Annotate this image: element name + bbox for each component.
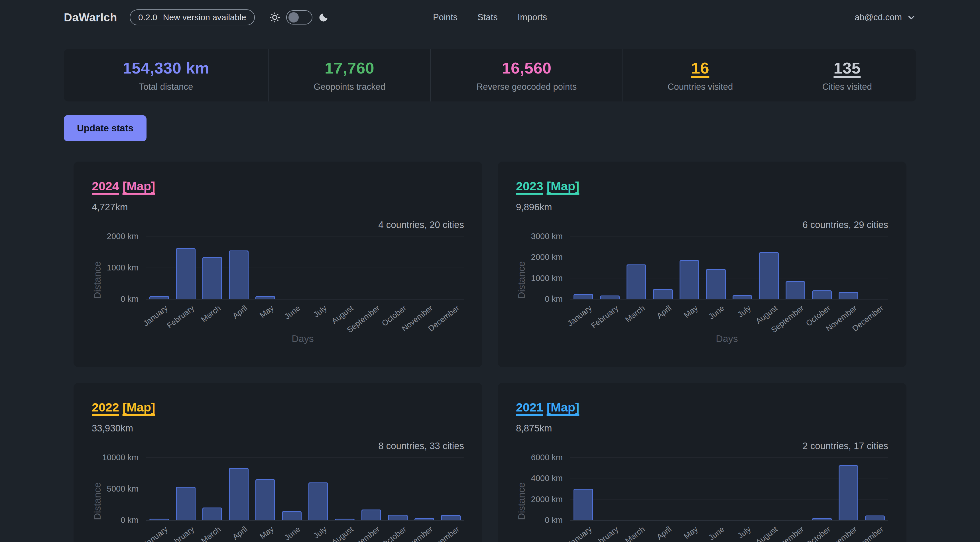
countries-visited-link[interactable]: 16: [691, 59, 709, 77]
year-card-2021: 2021 [Map] 8,875km 2 countries, 17 citie…: [498, 383, 907, 542]
chart-bar: [574, 489, 593, 520]
chevron-down-icon: [907, 13, 916, 22]
chart-bar: [812, 518, 832, 520]
stat-label: Geopoints tracked: [313, 82, 385, 92]
x-tick-label: August: [754, 525, 780, 542]
chart-area: 2000 km1000 km0 km JanuaryFebruaryMarchA…: [103, 236, 464, 299]
x-tick-label: March: [199, 304, 223, 324]
gridline: [146, 236, 464, 237]
chart-bar: [202, 507, 222, 520]
y-tick-label: 5000 km: [107, 484, 138, 493]
stat-reverse-geocoded: 16,560 Reverse geocoded points: [430, 49, 622, 102]
y-tick-label: 0 km: [121, 294, 138, 304]
chart-bar: [202, 257, 222, 299]
theme-toggle[interactable]: [286, 10, 312, 24]
stat-total-distance: 154,330 km Total distance: [64, 49, 268, 102]
x-axis-title: Days: [146, 333, 460, 344]
chart-bar: [255, 296, 275, 299]
nav-item-imports[interactable]: Imports: [518, 12, 547, 22]
chart-bar: [653, 289, 673, 299]
map-link[interactable]: [Map]: [123, 401, 155, 414]
map-link[interactable]: [Map]: [547, 401, 579, 414]
cities-visited-link[interactable]: 135: [834, 59, 861, 77]
chart-bar: [706, 269, 725, 299]
update-stats-button[interactable]: Update stats: [64, 115, 146, 141]
chart-bar: [388, 515, 407, 520]
x-tick-label: January: [142, 304, 170, 328]
chart-bar: [627, 264, 646, 299]
x-tick-label: March: [624, 304, 647, 324]
chart-bar: [255, 479, 275, 520]
year-card-2022: 2022 [Map] 33,930km 8 countries, 33 citi…: [73, 383, 482, 542]
x-tick-label: July: [736, 304, 753, 319]
card-head: 2024 [Map]: [92, 179, 464, 193]
x-tick-label: July: [736, 525, 753, 540]
chart-bar: [679, 260, 699, 299]
chart-bar: [574, 294, 593, 299]
chart-bar: [309, 482, 328, 520]
chart-bar: [150, 296, 169, 299]
year-summary: 8 countries, 33 cities: [92, 440, 464, 452]
year-link[interactable]: 2023: [516, 179, 543, 193]
y-axis-title: Distance: [92, 457, 103, 520]
chart-bar: [865, 515, 885, 520]
year-summary: 4 countries, 20 cities: [92, 219, 464, 230]
y-tick-label: 6000 km: [531, 453, 563, 462]
x-tick-label: April: [231, 525, 249, 542]
sun-icon: [269, 12, 280, 23]
year-link[interactable]: 2021: [516, 401, 543, 414]
stat-value: 16,560: [502, 59, 551, 77]
header-left: DaWarIch 0.2.0 New version available: [64, 10, 329, 25]
stat-label: Cities visited: [822, 82, 872, 92]
chart-plot: JanuaryFebruaryMarchAprilMayJuneJulyAugu…: [570, 457, 888, 521]
card-head: 2023 [Map]: [516, 179, 888, 193]
y-axis-ticks: 10000 km5000 km0 km: [103, 457, 146, 520]
x-tick-label: June: [707, 525, 726, 542]
x-tick-label: June: [283, 304, 302, 321]
chart-bar: [150, 519, 169, 520]
chart-plot: JanuaryFebruaryMarchAprilMayJuneJulyAugu…: [570, 236, 888, 299]
y-tick-label: 1000 km: [107, 263, 138, 272]
y-axis-ticks: 6000 km4000 km2000 km0 km: [527, 457, 570, 520]
x-tick-label: February: [589, 525, 620, 542]
y-axis-title: Distance: [516, 457, 527, 520]
gridline: [146, 457, 464, 458]
chart-bar: [282, 511, 301, 520]
stat-value: 17,760: [325, 59, 374, 77]
chart-bar: [838, 465, 858, 520]
year-link[interactable]: 2022: [92, 401, 119, 414]
year-link[interactable]: 2024: [92, 179, 119, 193]
map-link[interactable]: [Map]: [547, 179, 579, 193]
user-menu[interactable]: ab@cd.com: [854, 12, 916, 22]
x-tick-label: January: [566, 525, 594, 542]
distance-chart-2024: Distance 2000 km1000 km0 km JanuaryFebru…: [92, 236, 464, 344]
x-tick-label: August: [330, 525, 355, 542]
nav-item-points[interactable]: Points: [433, 12, 458, 22]
y-tick-label: 3000 km: [531, 232, 563, 241]
version-message: New version available: [163, 13, 246, 22]
nav-item-stats[interactable]: Stats: [477, 12, 498, 22]
app-logo[interactable]: DaWarIch: [64, 11, 117, 24]
version-badge[interactable]: 0.2.0 New version available: [130, 10, 255, 25]
x-tick-label: February: [165, 525, 196, 542]
y-tick-label: 2000 km: [531, 253, 563, 262]
card-head: 2022 [Map]: [92, 401, 464, 414]
x-tick-label: June: [707, 304, 726, 321]
main-nav: Points Stats Imports: [433, 12, 547, 22]
y-tick-label: 2000 km: [107, 232, 138, 241]
chart-area: 10000 km5000 km0 km JanuaryFebruaryMarch…: [103, 457, 464, 521]
year-summary: 2 countries, 17 cities: [516, 440, 888, 452]
y-tick-label: 0 km: [545, 294, 563, 304]
year-card-2024: 2024 [Map] 4,727km 4 countries, 20 citie…: [73, 162, 482, 367]
y-tick-label: 10000 km: [102, 453, 138, 462]
x-tick-label: March: [624, 525, 647, 542]
year-distance: 8,875km: [516, 423, 888, 434]
x-tick-label: October: [804, 525, 832, 542]
stats-page: DaWarIch 0.2.0 New version available: [64, 0, 916, 542]
map-link[interactable]: [Map]: [123, 179, 155, 193]
chart-bar: [733, 295, 752, 299]
chart-bar: [176, 248, 195, 299]
year-summary: 6 countries, 29 cities: [516, 219, 888, 230]
x-tick-label: February: [165, 304, 196, 330]
chart-bar: [229, 468, 248, 520]
